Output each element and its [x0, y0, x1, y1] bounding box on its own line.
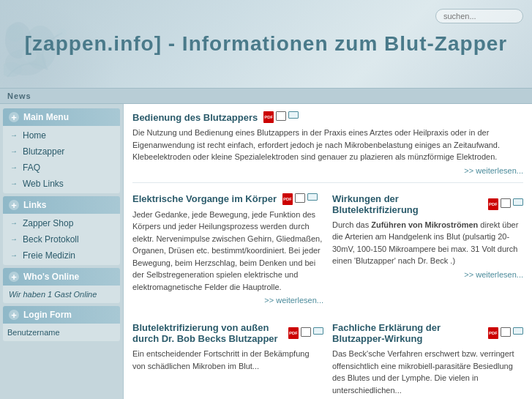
news-bar: News	[0, 88, 532, 104]
article-elektrische-inner: Elektrische Vorgange im Körper PDF Jeder…	[132, 193, 323, 313]
article-blutelektrifizierung-col: Blutelektrifizierung von außen durch Dr.…	[132, 322, 323, 399]
article-bedienung: Bedienung des Blutzappers PDF Die Nutzun…	[132, 111, 523, 183]
article-elektrische-title: Elektrische Vorgange im Körper PDF	[132, 193, 323, 205]
article-blutelektrifizierung-title: Blutelektrifizierung von außen durch Dr.…	[132, 322, 323, 344]
sidebar-links-header[interactable]: + Links	[3, 196, 120, 214]
email-icon[interactable]	[288, 111, 299, 119]
sidebar: + Main Menu → Home → Blutzapper → FAQ →	[0, 104, 123, 399]
article-fachliche-text: Das Beck'sche Verfahren erschwert bzw. v…	[332, 348, 523, 396]
article-icons: PDF	[263, 111, 299, 123]
pdf-icon[interactable]: PDF	[488, 198, 498, 210]
sidebar-section-whos-online: + Who's Online Wir haben 1 Gast Online	[0, 268, 123, 303]
email-icon[interactable]	[313, 327, 323, 335]
sidebar-item-blutzapper[interactable]: → Blutzapper	[3, 143, 120, 160]
arrow-icon: →	[10, 179, 19, 188]
username-label: Benutzername	[3, 327, 120, 338]
arrow-icon: →	[10, 251, 19, 260]
arrow-icon: →	[10, 147, 19, 156]
main-layout: + Main Menu → Home → Blutzapper → FAQ →	[0, 104, 532, 399]
plus-icon: +	[9, 272, 19, 282]
article-fachliche-col: Fachliche Erklärung der Blutzapper-Wirku…	[332, 322, 523, 399]
sidebar-item-beck-protokoll[interactable]: → Beck Protokoll	[3, 231, 120, 247]
arrow-icon: →	[10, 235, 19, 244]
site-title: [zappen.info] - Informationen zum Blut-Z…	[25, 32, 507, 56]
sidebar-links-items: → Zapper Shop → Beck Protokoll → Freie M…	[3, 214, 120, 265]
article-icons: PDF	[288, 327, 323, 339]
sidebar-login-header[interactable]: + Login Form	[3, 306, 120, 324]
sidebar-section-login: + Login Form Benutzername	[0, 306, 123, 341]
article-fachliche-title: Fachliche Erklärung der Blutzapper-Wirku…	[332, 322, 523, 344]
sidebar-login-items: Benutzername	[3, 324, 120, 341]
read-more-wirkungen[interactable]: >> weiterlesen...	[332, 270, 523, 279]
arrow-icon: →	[10, 219, 19, 228]
sidebar-section-links: + Links → Zapper Shop → Beck Protokoll →…	[0, 196, 123, 265]
email-icon[interactable]	[513, 198, 523, 206]
articles-row2: Elektrische Vorgange im Körper PDF Jeder…	[132, 193, 523, 323]
plus-icon: +	[9, 310, 19, 320]
print-icon[interactable]	[501, 198, 511, 208]
sidebar-item-freie-medizin[interactable]: → Freie Medizin	[3, 247, 120, 264]
search-input[interactable]	[435, 9, 523, 23]
pdf-icon[interactable]: PDF	[282, 193, 293, 205]
print-icon[interactable]	[276, 111, 286, 121]
article-wirkungen-text: Durch das Zuführen von Mikroströmen dire…	[332, 219, 523, 267]
online-count: Wir haben 1 Gast Online	[3, 287, 120, 302]
article-bedienung-text: Die Nutzung und Bedienung eines Blutzapp…	[132, 127, 523, 163]
content-area: Bedienung des Blutzappers PDF Die Nutzun…	[123, 104, 532, 399]
email-icon[interactable]	[513, 327, 523, 335]
article-elektrische-text: Jeder Gedanke, jede Bewegung, jede Funkt…	[132, 209, 323, 294]
print-icon[interactable]	[501, 327, 511, 337]
header: [zappen.info] - Informationen zum Blut-Z…	[0, 0, 532, 88]
article-blutelektrifizierung-text: Ein entscheidender Fortschritt in der Be…	[132, 348, 323, 372]
read-more-elektrische[interactable]: >> weiterlesen...	[132, 296, 323, 305]
sidebar-main-menu-items: → Home → Blutzapper → FAQ → Web Links	[3, 126, 120, 193]
article-wirkungen-title: Wirkungen der Blutelektrifizierung PDF	[332, 193, 523, 215]
email-icon[interactable]	[307, 193, 318, 201]
plus-icon: +	[9, 112, 19, 122]
pdf-icon[interactable]: PDF	[263, 111, 274, 123]
sidebar-whos-online-header[interactable]: + Who's Online	[3, 268, 120, 286]
articles-row3: Blutelektrifizierung von außen durch Dr.…	[132, 322, 523, 399]
article-blutelektrifizierung: Blutelektrifizierung von außen durch Dr.…	[132, 322, 323, 379]
sidebar-main-menu-header[interactable]: + Main Menu	[3, 108, 120, 126]
article-fachliche: Fachliche Erklärung der Blutzapper-Wirku…	[332, 322, 523, 399]
arrow-icon: →	[10, 131, 19, 140]
sidebar-item-weblinks[interactable]: → Web Links	[3, 176, 120, 192]
sidebar-item-zapper-shop[interactable]: → Zapper Shop	[3, 215, 120, 231]
article-bedienung-title: Bedienung des Blutzappers PDF	[132, 111, 523, 123]
print-icon[interactable]	[301, 327, 311, 337]
print-icon[interactable]	[295, 193, 305, 203]
plus-icon: +	[9, 200, 19, 210]
svg-point-7	[6, 24, 23, 42]
article-icons: PDF	[282, 193, 318, 205]
pdf-icon[interactable]: PDF	[488, 327, 498, 339]
article-elektrische: Elektrische Vorgange im Körper PDF Jeder…	[132, 193, 323, 323]
sidebar-item-home[interactable]: → Home	[3, 127, 120, 143]
article-wirkungen-inner: Wirkungen der Blutelektrifizierung PDF D…	[332, 193, 523, 286]
pdf-icon[interactable]: PDF	[288, 327, 299, 339]
sidebar-whos-online-items: Wir haben 1 Gast Online	[3, 286, 120, 303]
article-icons: PDF	[488, 198, 523, 210]
read-more-bedienung[interactable]: >> weiterlesen...	[132, 166, 523, 175]
search-box[interactable]	[435, 9, 523, 23]
article-icons: PDF	[488, 327, 523, 339]
sidebar-section-main-menu: + Main Menu → Home → Blutzapper → FAQ →	[0, 108, 123, 193]
bold-text: Zuführen von Mikroströmen	[371, 220, 478, 229]
article-wirkungen: Wirkungen der Blutelektrifizierung PDF D…	[332, 193, 523, 323]
arrow-icon: →	[10, 163, 19, 172]
sidebar-item-faq[interactable]: → FAQ	[3, 160, 120, 176]
